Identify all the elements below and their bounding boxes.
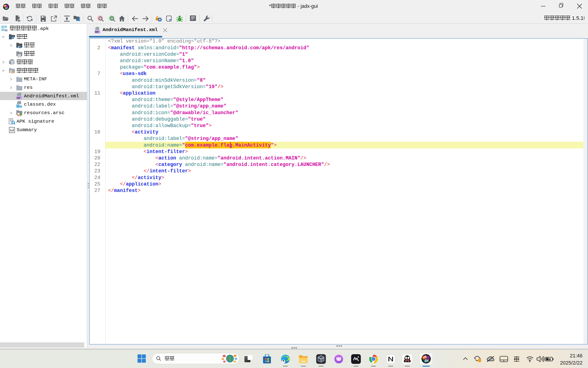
svg-text:JA: JA (4, 5, 6, 7)
svg-text:MF: MF (95, 30, 99, 34)
svg-text:MF: MF (17, 96, 21, 99)
svg-text:JA: JA (423, 355, 427, 359)
svg-text:DX: DX (5, 7, 8, 9)
svg-text:DX: DX (425, 359, 429, 362)
